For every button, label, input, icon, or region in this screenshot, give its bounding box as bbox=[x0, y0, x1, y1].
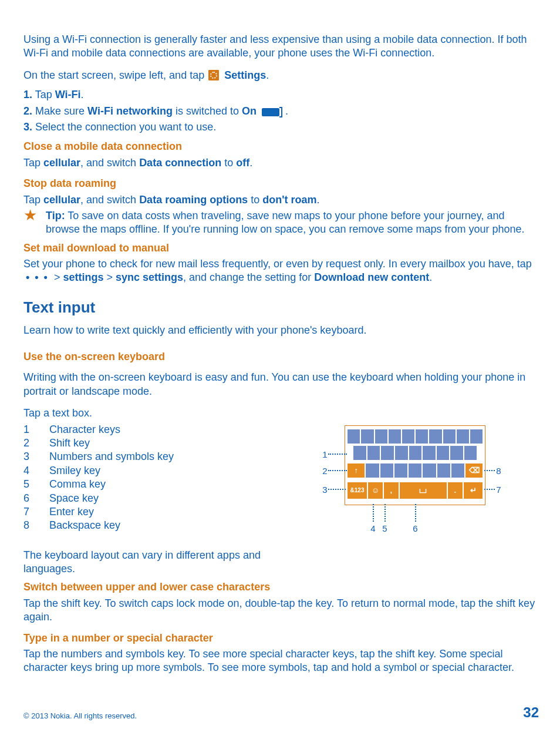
text: . bbox=[316, 194, 319, 206]
legend-number: 4 bbox=[23, 464, 49, 478]
on-label: On bbox=[242, 105, 259, 117]
text: . bbox=[81, 89, 84, 100]
legend-label: Smiley key bbox=[49, 464, 100, 478]
legend-number: 8 bbox=[23, 519, 49, 532]
space-icon: ⌴ bbox=[419, 486, 427, 494]
list-item: 8Backspace key bbox=[23, 519, 292, 532]
text: > bbox=[103, 271, 116, 283]
list-item: 7Enter key bbox=[23, 505, 292, 519]
comma-key-label: , bbox=[390, 486, 392, 494]
mail-manual-text: Set your phone to check for new mail les… bbox=[23, 257, 539, 285]
callout-7: 7 bbox=[496, 484, 501, 496]
legend-label: Space key bbox=[49, 492, 99, 505]
cellular-label: cellular bbox=[43, 157, 80, 169]
page-number: 32 bbox=[523, 703, 539, 721]
page: Using a Wi-Fi connection is generally fa… bbox=[0, 0, 560, 739]
text: . bbox=[266, 69, 269, 81]
intro-paragraph-1: Using a Wi-Fi connection is generally fa… bbox=[23, 33, 539, 61]
text: to bbox=[221, 157, 236, 169]
dont-roam-label: don't roam bbox=[262, 194, 316, 206]
callout-8: 8 bbox=[496, 465, 501, 477]
numbers-symbols-key-label: &123 bbox=[350, 488, 365, 493]
stop-roaming-heading: Stop data roaming bbox=[23, 177, 539, 190]
off-label: off bbox=[236, 157, 249, 169]
step-2: 2. Make sure Wi-Fi networking is switche… bbox=[23, 105, 539, 118]
step-3: 3. Select the connection you want to use… bbox=[23, 120, 539, 134]
period-key-label: . bbox=[454, 486, 456, 494]
settings-label: settings bbox=[63, 271, 103, 283]
callout-1: 1 bbox=[322, 449, 327, 461]
text: . bbox=[249, 157, 252, 169]
smiley-icon: ☺ bbox=[372, 486, 379, 494]
text: > bbox=[54, 271, 63, 283]
legend-label: Shift key bbox=[49, 436, 90, 450]
toggle-on-icon bbox=[262, 107, 282, 117]
close-data-text: Tap cellular, and switch Data connection… bbox=[23, 156, 539, 170]
keyboard-legend: 1Character keys 2Shift key 3Numbers and … bbox=[23, 423, 292, 533]
text: On the start screen, swipe left, and tap bbox=[23, 69, 207, 81]
keyboard-diagram: ↑ ⌫ &123 ☺ , ⌴ . ↵ 1 bbox=[321, 425, 509, 549]
text: , and change the setting for bbox=[183, 271, 314, 283]
text: , and switch bbox=[80, 194, 139, 206]
text: Select the connection you want to use. bbox=[32, 121, 216, 133]
text: Set your phone to check for new mail les… bbox=[23, 258, 532, 270]
text: , and switch bbox=[80, 157, 139, 169]
legend-number: 3 bbox=[23, 450, 49, 463]
tip-text: Tip: To save on data costs when travelin… bbox=[46, 209, 539, 237]
legend-number: 5 bbox=[23, 478, 49, 491]
enter-icon: ↵ bbox=[470, 486, 477, 494]
list-item: 6Space key bbox=[23, 492, 292, 505]
legend-label: Numbers and symbols key bbox=[49, 450, 174, 463]
list-item: 2Shift key bbox=[23, 436, 292, 450]
text: Tap bbox=[32, 89, 55, 100]
step-number: 2. bbox=[23, 105, 32, 117]
text: to bbox=[248, 194, 262, 206]
cellular-label: cellular bbox=[43, 194, 80, 206]
backspace-icon: ⌫ bbox=[469, 466, 480, 474]
text: . bbox=[285, 105, 288, 117]
page-footer: © 2013 Nokia. All rights reserved. 32 bbox=[23, 703, 539, 721]
data-roaming-options-label: Data roaming options bbox=[139, 194, 248, 206]
tap-text-box: Tap a text box. bbox=[23, 407, 539, 420]
data-connection-label: Data connection bbox=[139, 157, 221, 169]
step-1: 1. Tap Wi-Fi. bbox=[23, 88, 539, 102]
switch-case-heading: Switch between upper and lower case char… bbox=[23, 580, 539, 594]
callout-2: 2 bbox=[322, 465, 327, 477]
callout-4: 4 bbox=[370, 523, 375, 535]
download-new-content-label: Download new content bbox=[314, 271, 429, 283]
copyright-text: © 2013 Nokia. All rights reserved. bbox=[23, 711, 137, 721]
text: Tap bbox=[23, 194, 43, 206]
settings-icon bbox=[208, 70, 219, 80]
callout-5: 5 bbox=[382, 523, 387, 535]
legend-number: 2 bbox=[23, 436, 49, 450]
text-input-intro: Learn how to write text quickly and effi… bbox=[23, 324, 539, 337]
wifi-label: Wi-Fi bbox=[55, 89, 81, 100]
text: To save on data costs when traveling, sa… bbox=[46, 210, 525, 235]
text: is switched to bbox=[173, 105, 242, 117]
type-special-text: Tap the numbers and symbols key. To see … bbox=[23, 647, 539, 675]
legend-number: 6 bbox=[23, 492, 49, 505]
tip-label: Tip: bbox=[46, 210, 65, 221]
text: Make sure bbox=[32, 105, 87, 117]
star-icon: ★ bbox=[23, 208, 39, 222]
legend-number: 7 bbox=[23, 505, 49, 519]
legend-label: Backspace key bbox=[49, 519, 120, 532]
list-item: 3Numbers and symbols key bbox=[23, 450, 292, 463]
intro-paragraph-2: On the start screen, swipe left, and tap… bbox=[23, 69, 539, 82]
list-item: 4Smiley key bbox=[23, 464, 292, 478]
settings-label: Settings bbox=[224, 69, 266, 81]
keyboard-layout-note: The keyboard layout can vary in differen… bbox=[23, 549, 292, 576]
text: Tap bbox=[23, 157, 43, 169]
step-number: 3. bbox=[23, 121, 32, 133]
type-special-heading: Type in a number or special character bbox=[23, 631, 539, 645]
wifi-networking-label: Wi-Fi networking bbox=[87, 105, 173, 117]
legend-number: 1 bbox=[23, 423, 49, 436]
stop-roaming-text: Tap cellular, and switch Data roaming op… bbox=[23, 193, 539, 207]
text: . bbox=[429, 271, 432, 283]
sync-settings-label: sync settings bbox=[116, 271, 183, 283]
list-item: 5Comma key bbox=[23, 478, 292, 491]
use-keyboard-heading: Use the on-screen keyboard bbox=[23, 350, 539, 364]
use-keyboard-text: Writing with the on-screen keyboard is e… bbox=[23, 371, 539, 398]
switch-case-text: Tap the shift key. To switch caps lock m… bbox=[23, 597, 539, 624]
text-input-heading: Text input bbox=[23, 298, 539, 318]
